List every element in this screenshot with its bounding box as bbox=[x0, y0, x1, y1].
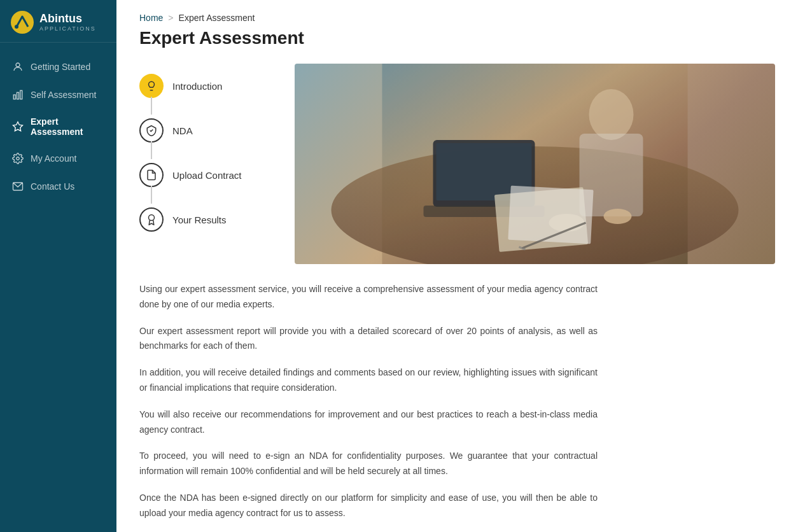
svg-rect-5 bbox=[20, 90, 22, 99]
bar-chart-icon bbox=[11, 88, 24, 101]
svg-point-2 bbox=[16, 63, 20, 67]
step-introduction[interactable]: Introduction bbox=[139, 64, 279, 108]
step-your-results[interactable]: Your Results bbox=[139, 197, 279, 242]
sidebar-label-getting-started: Getting Started bbox=[31, 62, 90, 72]
desc-para-4: You will also receive our recommendation… bbox=[139, 407, 598, 438]
step-nda[interactable]: NDA bbox=[139, 108, 279, 153]
sidebar: Abintus APPLICATIONS Getting Started Sel… bbox=[0, 0, 116, 532]
step-circle-upload-contract bbox=[139, 163, 164, 187]
sidebar-item-contact-us[interactable]: Contact Us bbox=[0, 172, 116, 200]
logo-text: Abintus APPLICATIONS bbox=[39, 13, 96, 32]
person-circle-icon bbox=[11, 60, 24, 73]
step-label-your-results: Your Results bbox=[172, 214, 227, 225]
breadcrumb-home[interactable]: Home bbox=[139, 13, 163, 23]
medal-icon bbox=[146, 214, 157, 225]
lightbulb-icon bbox=[146, 80, 157, 92]
app-subtitle: APPLICATIONS bbox=[39, 25, 96, 32]
sidebar-label-my-account: My Account bbox=[31, 153, 76, 164]
sidebar-item-expert-assessment[interactable]: Expert Assessment bbox=[0, 109, 116, 144]
steps-panel: Introduction NDA bbox=[139, 64, 279, 264]
step-label-nda: NDA bbox=[172, 125, 193, 136]
check-shield-icon bbox=[146, 125, 157, 136]
step-label-introduction: Introduction bbox=[172, 81, 222, 92]
desc-para-5: To proceed, you will need to e-sign an N… bbox=[139, 449, 598, 479]
desc-para-3: In addition, you will receive detailed f… bbox=[139, 365, 598, 396]
star-icon bbox=[11, 120, 24, 133]
hero-image bbox=[295, 64, 775, 264]
svg-rect-4 bbox=[17, 92, 19, 99]
step-circle-nda bbox=[139, 118, 164, 143]
document-icon bbox=[146, 169, 157, 181]
svg-point-0 bbox=[11, 11, 34, 34]
gear-icon bbox=[11, 152, 24, 165]
sidebar-item-my-account[interactable]: My Account bbox=[0, 144, 116, 172]
page-title: Expert Assessment bbox=[139, 28, 775, 48]
svg-rect-3 bbox=[13, 95, 15, 99]
logo-area: Abintus APPLICATIONS bbox=[0, 0, 116, 43]
breadcrumb-separator: > bbox=[168, 13, 173, 23]
sidebar-item-getting-started[interactable]: Getting Started bbox=[0, 53, 116, 81]
description-block: Using our expert assessment service, you… bbox=[139, 282, 598, 532]
step-circle-your-results bbox=[139, 207, 164, 232]
logo-icon bbox=[10, 10, 34, 34]
steps-and-image-layout: Introduction NDA bbox=[139, 64, 775, 264]
svg-rect-23 bbox=[382, 64, 688, 264]
desc-para-2: Our expert assessment report will provid… bbox=[139, 324, 598, 354]
desc-para-6: Once the NDA has been e-signed directly … bbox=[139, 491, 598, 521]
mail-icon bbox=[11, 180, 24, 193]
main-content: Home > Expert Assessment Expert Assessme… bbox=[116, 0, 798, 532]
sidebar-item-self-assessment[interactable]: Self Assessment bbox=[0, 81, 116, 109]
svg-point-1 bbox=[15, 25, 18, 29]
breadcrumb-current: Expert Assessment bbox=[179, 13, 255, 23]
sidebar-label-self-assessment: Self Assessment bbox=[31, 90, 97, 100]
svg-marker-6 bbox=[13, 122, 23, 131]
step-upload-contract[interactable]: Upload Contract bbox=[139, 153, 279, 197]
breadcrumb: Home > Expert Assessment bbox=[139, 13, 775, 23]
step-circle-introduction bbox=[139, 74, 164, 98]
desc-para-1: Using our expert assessment service, you… bbox=[139, 282, 598, 312]
hero-image-svg bbox=[295, 64, 775, 264]
sidebar-label-expert-assessment: Expert Assessment bbox=[31, 116, 105, 137]
step-label-upload-contract: Upload Contract bbox=[172, 170, 241, 181]
app-name: Abintus bbox=[39, 13, 96, 25]
sidebar-label-contact-us: Contact Us bbox=[31, 181, 74, 192]
svg-point-9 bbox=[149, 215, 155, 221]
svg-point-7 bbox=[17, 157, 20, 160]
sidebar-navigation: Getting Started Self Assessment Expert A… bbox=[0, 43, 116, 532]
